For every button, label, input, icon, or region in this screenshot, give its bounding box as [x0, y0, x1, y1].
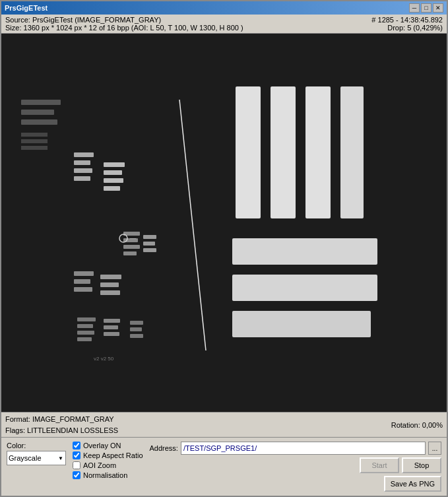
- aoi-zoom-checkbox-row[interactable]: AOI Zoom: [73, 461, 143, 469]
- info-bar: Source: PrsGigETest (IMAGE_FORMAT_GRAY) …: [1, 15, 447, 34]
- svg-rect-9: [74, 168, 92, 173]
- address-row: Address: ...: [150, 442, 441, 455]
- diagonal-line: — v2 v2 50: [1, 34, 447, 412]
- start-stop-row: Start Stop: [360, 457, 441, 473]
- status-left: Format: IMAGE_FORMAT_GRAY Flags: LITTLEE…: [5, 414, 118, 436]
- info-right: # 1285 - 14:38:45.892 Drop: 5 (0,429%): [371, 16, 443, 32]
- save-png-button[interactable]: Save As PNG: [384, 476, 441, 492]
- svg-rect-12: [104, 170, 122, 175]
- rotation-info: Rotation: 0,00%: [391, 421, 443, 429]
- svg-rect-40: [305, 86, 331, 218]
- svg-rect-41: [340, 86, 364, 218]
- svg-rect-33: [104, 325, 118, 329]
- svg-rect-21: [143, 248, 156, 252]
- svg-rect-28: [77, 317, 96, 321]
- svg-rect-37: [130, 334, 143, 338]
- aoi-zoom-label: AOI Zoom: [83, 461, 116, 469]
- size-info: Size: 1360 px * 1024 px * 12 of 16 bpp (…: [5, 24, 243, 32]
- overlay-checkbox[interactable]: [73, 442, 80, 449]
- svg-rect-14: [104, 186, 120, 191]
- svg-rect-17: [123, 245, 140, 249]
- frame-info: # 1285 - 14:38:45.892: [371, 16, 443, 24]
- title-bar: PrsGigETest ─ □ ✕: [1, 1, 447, 15]
- overlay-label: Overlay ON: [83, 442, 121, 449]
- svg-rect-18: [123, 251, 137, 255]
- status-bar: Format: IMAGE_FORMAT_GRAY Flags: LITTLEE…: [1, 412, 447, 438]
- overlay-checkbox-row[interactable]: Overlay ON: [73, 442, 143, 449]
- window-controls: ─ □ ✕: [409, 3, 443, 13]
- format-info: Format: IMAGE_FORMAT_GRAY: [5, 414, 118, 425]
- svg-rect-2: [21, 110, 54, 115]
- color-select-wrapper: Grayscale Color Raw: [7, 451, 66, 465]
- stop-button[interactable]: Stop: [402, 457, 441, 473]
- svg-rect-39: [271, 86, 296, 218]
- svg-text:—: —: [130, 235, 136, 242]
- svg-rect-36: [130, 327, 142, 331]
- normalisation-checkbox[interactable]: [73, 471, 80, 479]
- svg-text:v2  v2  50: v2 v2 50: [94, 356, 114, 362]
- svg-rect-20: [143, 242, 155, 246]
- svg-rect-3: [21, 119, 57, 125]
- start-button[interactable]: Start: [360, 457, 399, 473]
- svg-line-0: [179, 100, 206, 350]
- svg-rect-44: [232, 311, 371, 337]
- camera-feed: — v2 v2 50: [1, 34, 447, 412]
- svg-rect-32: [104, 319, 120, 323]
- svg-rect-29: [77, 324, 93, 328]
- color-label: Color:: [7, 442, 66, 449]
- normalisation-checkbox-row[interactable]: Normalisation: [73, 471, 143, 479]
- flags-info: Flags: LITTLEENDIAN LOSSLESS: [5, 425, 118, 436]
- svg-rect-13: [104, 178, 123, 183]
- minimize-button[interactable]: ─: [409, 3, 420, 13]
- color-group: Color: Grayscale Color Raw: [7, 442, 66, 465]
- svg-rect-27: [100, 290, 120, 295]
- browse-button[interactable]: ...: [428, 442, 441, 455]
- source-info: Source: PrsGigETest (IMAGE_FORMAT_GRAY): [5, 16, 243, 24]
- controls-panel: Color: Grayscale Color Raw Overlay ON: [1, 438, 447, 496]
- keep-aspect-checkbox-row[interactable]: Keep Aspect Ratio: [73, 451, 143, 459]
- svg-rect-8: [74, 160, 90, 165]
- normalisation-label: Normalisation: [83, 471, 127, 479]
- svg-rect-25: [100, 275, 121, 279]
- svg-rect-26: [100, 282, 119, 287]
- maximize-button[interactable]: □: [421, 3, 432, 13]
- svg-rect-7: [74, 152, 94, 157]
- close-button[interactable]: ✕: [433, 3, 443, 13]
- checkboxes-group: Overlay ON Keep Aspect Ratio AOI Zoom No…: [73, 442, 143, 479]
- svg-rect-30: [77, 331, 94, 335]
- keep-aspect-checkbox[interactable]: [73, 451, 80, 459]
- svg-rect-1: [21, 100, 61, 105]
- color-select[interactable]: Grayscale Color Raw: [7, 451, 66, 465]
- svg-rect-5: [21, 139, 48, 143]
- svg-rect-6: [21, 146, 48, 150]
- svg-rect-35: [130, 321, 143, 325]
- main-window: PrsGigETest ─ □ ✕ Source: PrsGigETest (I…: [0, 0, 448, 497]
- info-left: Source: PrsGigETest (IMAGE_FORMAT_GRAY) …: [5, 16, 243, 32]
- save-row: Save As PNG: [384, 476, 441, 492]
- image-container: — v2 v2 50: [1, 34, 447, 412]
- svg-rect-42: [232, 238, 377, 265]
- svg-rect-23: [74, 279, 90, 284]
- svg-rect-34: [104, 332, 119, 336]
- controls-row: Color: Grayscale Color Raw Overlay ON: [7, 442, 441, 492]
- svg-rect-43: [232, 275, 377, 301]
- svg-rect-19: [143, 235, 156, 239]
- address-group: Address: ... Start Stop Save As PNG: [150, 442, 441, 492]
- drop-info: Drop: 5 (0,429%): [371, 24, 443, 32]
- address-label: Address:: [150, 444, 178, 452]
- window-title: PrsGigETest: [5, 4, 48, 12]
- svg-rect-24: [74, 287, 92, 292]
- svg-rect-31: [77, 337, 92, 341]
- address-input[interactable]: [181, 442, 426, 455]
- svg-rect-4: [21, 133, 48, 137]
- buttons-right: Start Stop Save As PNG: [150, 457, 441, 492]
- svg-rect-10: [74, 176, 90, 181]
- svg-rect-38: [236, 86, 261, 218]
- svg-rect-22: [74, 271, 94, 276]
- aoi-zoom-checkbox[interactable]: [73, 461, 80, 469]
- svg-rect-11: [104, 162, 125, 167]
- keep-aspect-label: Keep Aspect Ratio: [83, 451, 143, 459]
